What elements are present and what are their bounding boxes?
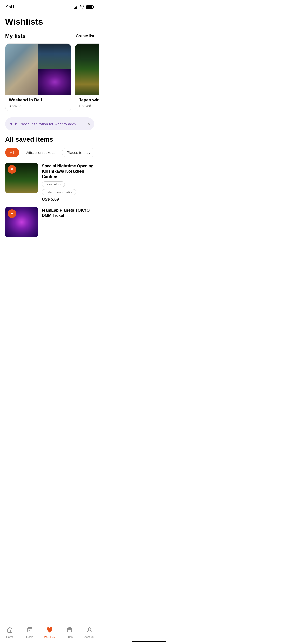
inspiration-icon: ✦✦	[9, 121, 18, 127]
filter-pills: All Attraction tickets Places to stay	[5, 148, 94, 157]
main-content: Wishlists My lists Create list Weekend i…	[0, 13, 99, 265]
wishlist-card-bali[interactable]: Weekend in Bali 3 saved	[5, 43, 71, 111]
saved-item-img-koishikawa: ♥	[5, 163, 38, 193]
inspiration-banner[interactable]: ✦✦ Need inspiration for what to add? ×	[5, 117, 94, 130]
heart-icon-koishikawa[interactable]: ♥	[8, 165, 16, 174]
saved-item-info-teamlab: teamLab Planets TOKYO DMM Ticket	[42, 207, 94, 221]
wishlists-scroll: Weekend in Bali 3 saved Japan winter 1 s…	[0, 43, 99, 112]
saved-item-img-teamlab: ♥	[5, 207, 38, 237]
tag-instant-confirmation: Instant confirmation	[42, 189, 76, 195]
inspiration-text: Need inspiration for what to add?	[20, 122, 85, 126]
wishlist-info-japan: Japan winter 1 saved	[75, 95, 99, 111]
wishlist-count-bali: 3 saved	[9, 104, 67, 108]
page-title: Wishlists	[5, 13, 94, 33]
saved-item-title-teamlab: teamLab Planets TOKYO DMM Ticket	[42, 208, 94, 218]
wifi-icon	[80, 5, 85, 9]
status-icons	[74, 5, 93, 9]
saved-item-price-koishikawa: US$ 5.69	[42, 197, 94, 202]
saved-item-tags-koishikawa: Easy refund Instant confirmation	[42, 181, 94, 195]
status-time: 9:41	[6, 5, 15, 10]
wishlist-img-japan	[75, 44, 99, 95]
wishlist-img-purple	[38, 69, 71, 95]
wishlist-name-bali: Weekend in Bali	[9, 98, 67, 103]
status-bar: 9:41	[0, 0, 99, 13]
my-lists-header: My lists Create list	[5, 33, 94, 39]
wishlist-card-japan[interactable]: Japan winter 1 saved	[75, 43, 99, 111]
filter-places[interactable]: Places to stay	[62, 148, 94, 157]
inspiration-close-button[interactable]: ×	[87, 121, 90, 127]
tag-easy-refund: Easy refund	[42, 181, 65, 187]
saved-item-info-koishikawa: Special Nighttime Opening Koishikawa Kor…	[42, 163, 94, 202]
wishlist-count-japan: 1 saved	[79, 104, 99, 108]
create-list-button[interactable]: Create list	[76, 34, 94, 38]
wishlist-images-bali	[5, 44, 71, 95]
wishlist-img-main-bali	[5, 44, 38, 95]
filter-attraction[interactable]: Attraction tickets	[22, 148, 59, 157]
saved-item-teamlab[interactable]: ♥ teamLab Planets TOKYO DMM Ticket	[5, 207, 94, 237]
my-lists-title: My lists	[5, 33, 26, 39]
signal-icon	[74, 5, 78, 9]
all-saved-title: All saved items	[5, 136, 94, 143]
saved-item-koishikawa[interactable]: ♥ Special Nighttime Opening Koishikawa K…	[5, 163, 94, 202]
wishlist-img-hotel	[38, 44, 71, 69]
battery-icon	[86, 5, 93, 9]
wishlist-name-japan: Japan winter	[79, 98, 99, 103]
filter-all[interactable]: All	[5, 148, 19, 157]
wishlist-info-bali: Weekend in Bali 3 saved	[5, 95, 71, 111]
saved-item-title-koishikawa: Special Nighttime Opening Koishikawa Kor…	[42, 164, 94, 179]
